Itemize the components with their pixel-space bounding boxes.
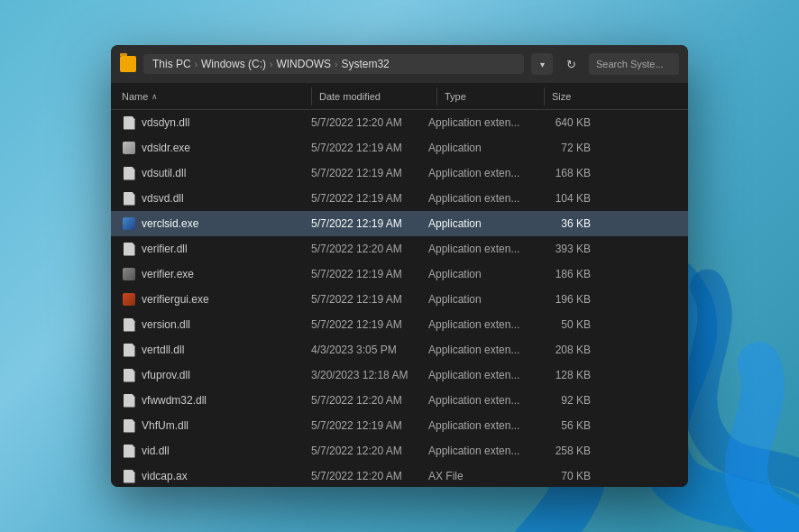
file-icon (124, 470, 135, 483)
file-icon (123, 217, 135, 230)
file-icon-wrapper (122, 216, 136, 231)
file-name-cell: VhfUm.dll (122, 418, 311, 433)
file-name: verifiergui.exe (142, 293, 209, 306)
file-name: vfuprov.dll (142, 369, 190, 381)
file-name: VhfUm.dll (142, 419, 188, 432)
file-icon-wrapper (122, 317, 136, 332)
file-icon-wrapper (122, 469, 136, 483)
file-icon (124, 369, 135, 382)
breadcrumb-drive[interactable]: Windows (C:) (201, 58, 266, 70)
file-name: vdsvd.dll (142, 192, 184, 205)
file-type-cell: Application (428, 217, 528, 230)
file-size-cell: 56 KB (528, 419, 591, 432)
table-row[interactable]: verifier.dll 5/7/2022 12:20 AM Applicati… (111, 236, 688, 261)
file-type-cell: Application (428, 142, 528, 154)
table-row[interactable]: vfuprov.dll 3/20/2023 12:18 AM Applicati… (111, 362, 688, 388)
file-icon-wrapper (122, 267, 136, 281)
table-row[interactable]: version.dll 5/7/2022 12:19 AM Applicatio… (111, 312, 688, 337)
file-date-cell: 5/7/2022 12:19 AM (311, 192, 428, 205)
file-icon (123, 142, 135, 154)
file-icon (124, 116, 135, 130)
file-size-cell: 640 KB (528, 116, 591, 129)
file-name-cell: vdsldr.exe (122, 141, 311, 155)
table-row[interactable]: vdsldr.exe 5/7/2022 12:19 AM Application… (111, 135, 688, 161)
col-header-date[interactable]: Date modified (319, 91, 436, 102)
col-divider-1 (311, 87, 312, 105)
table-row[interactable]: vdsdyn.dll 5/7/2022 12:20 AM Application… (111, 110, 688, 135)
breadcrumb-windows[interactable]: WINDOWS (276, 58, 331, 70)
file-size-cell: 186 KB (528, 268, 591, 280)
col-divider-2 (436, 87, 437, 105)
col-header-type[interactable]: Type (445, 91, 544, 102)
file-name-cell: verifiergui.exe (122, 292, 311, 307)
file-icon-wrapper (122, 418, 136, 433)
file-size-cell: 393 KB (528, 243, 591, 255)
file-date-cell: 5/7/2022 12:20 AM (311, 116, 428, 129)
file-size-cell: 72 KB (528, 142, 591, 154)
table-row[interactable]: verifier.exe 5/7/2022 12:19 AM Applicati… (111, 261, 688, 287)
file-name: vdsldr.exe (142, 142, 190, 154)
column-headers: Name ∧ Date modified Type Size (111, 83, 688, 110)
dropdown-chevron-button[interactable]: ▾ (531, 53, 553, 75)
file-icon (123, 293, 135, 306)
file-icon (124, 419, 135, 433)
refresh-button[interactable]: ↻ (560, 53, 582, 75)
file-icon-wrapper (122, 141, 136, 155)
file-type-cell: Application exten... (428, 369, 528, 381)
file-name-cell: vfuprov.dll (122, 368, 311, 382)
file-icon-wrapper (122, 368, 136, 382)
file-icon-wrapper (122, 242, 136, 256)
table-row[interactable]: vertdll.dll 4/3/2023 3:05 PM Application… (111, 337, 688, 362)
breadcrumb-thispc[interactable]: This PC (152, 58, 191, 70)
file-name-cell: vfwwdm32.dll (122, 393, 311, 408)
file-icon (124, 167, 135, 180)
table-row[interactable]: verifiergui.exe 5/7/2022 12:19 AM Applic… (111, 287, 688, 312)
file-name-cell: vdsdyn.dll (122, 115, 311, 130)
file-name: vidcap.ax (142, 470, 188, 482)
table-row[interactable]: vid.dll 5/7/2022 12:20 AM Application ex… (111, 438, 688, 463)
file-size-cell: 50 KB (528, 318, 591, 331)
file-name: vfwwdm32.dll (142, 394, 207, 407)
file-date-cell: 5/7/2022 12:20 AM (311, 445, 428, 457)
file-date-cell: 5/7/2022 12:19 AM (311, 293, 428, 306)
file-icon-wrapper (122, 393, 136, 408)
file-name: vdsdyn.dll (142, 116, 189, 129)
file-date-cell: 5/7/2022 12:19 AM (311, 268, 428, 280)
file-date-cell: 5/7/2022 12:19 AM (311, 167, 428, 179)
table-row[interactable]: vidcap.ax 5/7/2022 12:20 AM AX File 70 K… (111, 463, 688, 487)
file-icon (124, 243, 135, 256)
file-name: vid.dll (142, 445, 170, 457)
file-name: verclsid.exe (142, 217, 198, 230)
file-size-cell: 36 KB (528, 217, 591, 230)
col-header-name[interactable]: Name ∧ (122, 91, 311, 102)
file-icon (124, 394, 135, 408)
file-type-cell: Application exten... (428, 167, 528, 179)
table-row[interactable]: vdsvd.dll 5/7/2022 12:19 AM Application … (111, 186, 688, 211)
file-type-cell: Application (428, 293, 528, 306)
folder-icon (120, 56, 136, 72)
file-name-cell: verclsid.exe (122, 216, 311, 231)
file-size-cell: 70 KB (528, 470, 591, 482)
file-date-cell: 5/7/2022 12:19 AM (311, 217, 428, 230)
table-row[interactable]: VhfUm.dll 5/7/2022 12:19 AM Application … (111, 413, 688, 438)
breadcrumb-sep1: › (195, 60, 197, 69)
breadcrumb-system32[interactable]: System32 (341, 58, 389, 70)
sort-arrow-icon: ∧ (152, 92, 158, 101)
table-row[interactable]: vfwwdm32.dll 5/7/2022 12:20 AM Applicati… (111, 388, 688, 413)
file-explorer-window: This PC › Windows (C:) › WINDOWS › Syste… (111, 45, 688, 487)
file-size-cell: 196 KB (528, 293, 591, 306)
breadcrumb[interactable]: This PC › Windows (C:) › WINDOWS › Syste… (143, 54, 524, 74)
file-size-cell: 168 KB (528, 167, 591, 179)
col-header-size[interactable]: Size (552, 91, 615, 102)
file-icon (124, 192, 135, 206)
file-type-cell: Application exten... (428, 243, 528, 255)
file-icon-wrapper (122, 191, 136, 206)
table-row[interactable]: verclsid.exe 5/7/2022 12:19 AM Applicati… (111, 211, 688, 236)
search-box[interactable]: Search Syste... (589, 53, 679, 75)
file-date-cell: 5/7/2022 12:19 AM (311, 142, 428, 154)
file-date-cell: 5/7/2022 12:20 AM (311, 394, 428, 407)
file-type-cell: Application exten... (428, 318, 528, 331)
table-row[interactable]: vdsutil.dll 5/7/2022 12:19 AM Applicatio… (111, 161, 688, 186)
file-type-cell: Application exten... (428, 419, 528, 432)
file-name-cell: vidcap.ax (122, 469, 311, 483)
